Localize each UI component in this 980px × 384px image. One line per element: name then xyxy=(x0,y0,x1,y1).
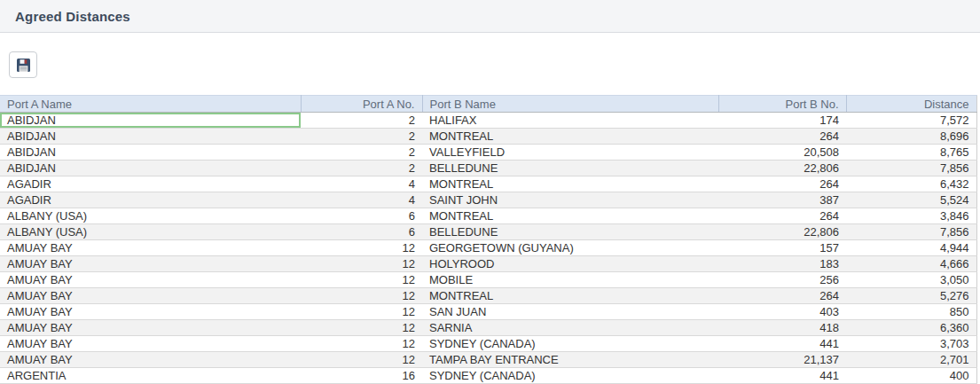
cell-port-b-no[interactable]: 264 xyxy=(718,288,846,304)
cell-port-a-name[interactable]: ALBANY (USA) xyxy=(0,208,301,224)
cell-port-b-no[interactable]: 387 xyxy=(718,192,846,208)
cell-port-b-name[interactable]: TAMPA BAY ENTRANCE xyxy=(422,352,718,368)
save-button[interactable] xyxy=(9,51,37,78)
cell-port-b-name[interactable]: VALLEYFIELD xyxy=(422,145,718,161)
cell-port-a-name[interactable]: AGADIR xyxy=(0,176,301,192)
cell-port-a-name[interactable]: ALBANY (USA) xyxy=(0,224,301,240)
cell-distance[interactable]: 5,276 xyxy=(846,288,976,304)
cell-port-a-no[interactable]: 2 xyxy=(301,113,422,129)
cell-port-b-name[interactable]: SYDNEY (CANADA) xyxy=(422,336,718,352)
cell-distance[interactable]: 8,696 xyxy=(846,129,976,145)
cell-port-a-name[interactable]: AMUAY BAY xyxy=(0,320,301,336)
table-row: ALBANY (USA) 6 BELLEDUNE 22,806 7,856 xyxy=(0,224,976,240)
cell-port-b-name[interactable]: SYDNEY (CANADA) xyxy=(422,368,718,384)
cell-port-a-no[interactable]: 12 xyxy=(301,320,422,336)
cell-port-b-no[interactable]: 183 xyxy=(718,256,846,272)
cell-port-a-name[interactable]: AMUAY BAY xyxy=(0,288,301,304)
cell-port-a-no[interactable]: 12 xyxy=(301,256,422,272)
cell-port-b-no[interactable]: 418 xyxy=(718,320,846,336)
column-header-distance[interactable]: Distance xyxy=(846,96,976,113)
cell-port-a-no[interactable]: 16 xyxy=(301,368,422,384)
cell-port-a-name[interactable]: AMUAY BAY xyxy=(0,272,301,288)
cell-port-b-no[interactable]: 22,806 xyxy=(718,161,846,176)
cell-port-b-no[interactable]: 264 xyxy=(718,208,846,224)
table-row: AMUAY BAY 12 SARNIA 418 6,360 xyxy=(0,320,976,336)
agreed-distances-panel: Agreed Distances xyxy=(0,0,980,384)
cell-port-a-no[interactable]: 6 xyxy=(301,208,422,224)
cell-port-a-no[interactable]: 12 xyxy=(301,272,422,288)
cell-port-a-name[interactable]: ABIDJAN xyxy=(0,145,301,161)
cell-distance[interactable]: 3,703 xyxy=(846,336,976,352)
cell-distance[interactable]: 4,666 xyxy=(846,256,976,272)
cell-port-b-no[interactable]: 174 xyxy=(718,113,846,129)
cell-port-b-no[interactable]: 403 xyxy=(718,304,846,320)
cell-port-a-name[interactable]: AMUAY BAY xyxy=(0,336,301,352)
cell-port-b-no[interactable]: 441 xyxy=(718,368,846,384)
cell-distance[interactable]: 4,944 xyxy=(846,240,976,256)
cell-distance[interactable]: 7,856 xyxy=(846,161,976,176)
cell-port-a-name[interactable]: AMUAY BAY xyxy=(0,240,301,256)
cell-port-a-no[interactable]: 4 xyxy=(301,192,422,208)
cell-port-b-no[interactable]: 157 xyxy=(718,240,846,256)
cell-port-a-no[interactable]: 4 xyxy=(301,176,422,192)
cell-port-b-name[interactable]: BELLEDUNE xyxy=(422,224,718,240)
table-row: ABIDJAN 2 HALIFAX 174 7,572 xyxy=(0,113,976,129)
cell-distance[interactable]: 850 xyxy=(846,304,976,320)
cell-distance[interactable]: 2,701 xyxy=(846,352,976,368)
cell-distance[interactable]: 400 xyxy=(846,368,976,384)
cell-port-b-no[interactable]: 20,508 xyxy=(718,145,846,161)
cell-port-a-no[interactable]: 2 xyxy=(301,145,422,161)
column-header-port-b-name[interactable]: Port B Name xyxy=(422,96,718,113)
cell-port-a-name[interactable]: ARGENTIA xyxy=(0,368,301,384)
cell-port-a-no[interactable]: 2 xyxy=(301,161,422,176)
cell-port-b-name[interactable]: SARNIA xyxy=(422,320,718,336)
cell-port-b-name[interactable]: GEORGETOWN (GUYANA) xyxy=(422,240,718,256)
column-header-port-b-no[interactable]: Port B No. xyxy=(718,96,846,113)
cell-port-a-name[interactable]: AMUAY BAY xyxy=(0,304,301,320)
table-row: AMUAY BAY 12 TAMPA BAY ENTRANCE 21,137 2… xyxy=(0,352,976,368)
cell-port-a-no[interactable]: 12 xyxy=(301,288,422,304)
cell-distance[interactable]: 8,765 xyxy=(846,145,976,161)
cell-distance[interactable]: 7,572 xyxy=(846,113,976,129)
cell-port-a-name[interactable]: AMUAY BAY xyxy=(0,256,301,272)
cell-distance[interactable]: 5,524 xyxy=(846,192,976,208)
cell-distance[interactable]: 3,846 xyxy=(846,208,976,224)
cell-distance[interactable]: 7,856 xyxy=(846,224,976,240)
table-row: ARGENTIA 16 SYDNEY (CANADA) 441 400 xyxy=(0,368,976,384)
cell-port-a-no[interactable]: 2 xyxy=(301,129,422,145)
column-header-port-a-no[interactable]: Port A No. xyxy=(301,96,422,113)
cell-port-a-name[interactable]: ABIDJAN xyxy=(0,129,301,145)
cell-port-b-name[interactable]: MONTREAL xyxy=(422,288,718,304)
cell-distance[interactable]: 3,050 xyxy=(846,272,976,288)
cell-distance[interactable]: 6,360 xyxy=(846,320,976,336)
table-row: AMUAY BAY 12 MOBILE 256 3,050 xyxy=(0,272,976,288)
cell-port-a-no[interactable]: 12 xyxy=(301,336,422,352)
cell-port-a-no[interactable]: 12 xyxy=(301,304,422,320)
cell-port-b-name[interactable]: HALIFAX xyxy=(422,113,718,129)
cell-port-a-name[interactable]: ABIDJAN xyxy=(0,161,301,176)
cell-port-b-name[interactable]: SAINT JOHN xyxy=(422,192,718,208)
cell-port-a-no[interactable]: 12 xyxy=(301,240,422,256)
cell-port-b-no[interactable]: 21,137 xyxy=(718,352,846,368)
cell-port-b-no[interactable]: 264 xyxy=(718,176,846,192)
grid-header-row: Port A Name Port A No. Port B Name Port … xyxy=(0,96,976,113)
cell-port-b-no[interactable]: 264 xyxy=(718,129,846,145)
cell-port-b-name[interactable]: MONTREAL xyxy=(422,208,718,224)
cell-distance[interactable]: 6,432 xyxy=(846,176,976,192)
cell-port-a-name[interactable]: ABIDJAN xyxy=(0,113,301,129)
cell-port-b-name[interactable]: MONTREAL xyxy=(422,129,718,145)
cell-port-b-name[interactable]: MOBILE xyxy=(422,272,718,288)
cell-port-a-no[interactable]: 12 xyxy=(301,352,422,368)
cell-port-b-name[interactable]: HOLYROOD xyxy=(422,256,718,272)
cell-port-a-name[interactable]: AMUAY BAY xyxy=(0,352,301,368)
cell-port-a-name[interactable]: AGADIR xyxy=(0,192,301,208)
cell-port-b-no[interactable]: 256 xyxy=(718,272,846,288)
table-row: AMUAY BAY 12 MONTREAL 264 5,276 xyxy=(0,288,976,304)
cell-port-b-name[interactable]: BELLEDUNE xyxy=(422,161,718,176)
cell-port-b-no[interactable]: 441 xyxy=(718,336,846,352)
column-header-port-a-name[interactable]: Port A Name xyxy=(0,96,301,113)
cell-port-b-name[interactable]: MONTREAL xyxy=(422,176,718,192)
cell-port-b-name[interactable]: SAN JUAN xyxy=(422,304,718,320)
cell-port-a-no[interactable]: 6 xyxy=(301,224,422,240)
cell-port-b-no[interactable]: 22,806 xyxy=(718,224,846,240)
